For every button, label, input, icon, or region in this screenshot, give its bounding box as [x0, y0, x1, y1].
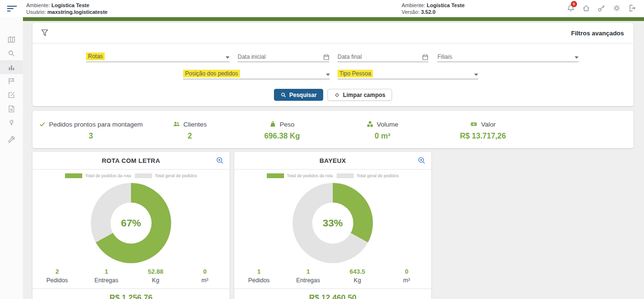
header-actions: 0	[566, 3, 637, 13]
versao-value: 3.52.0	[421, 9, 436, 15]
donut-center-label: 33%	[293, 183, 373, 263]
route-card-bayeux: BAYEUX Total de pedidos da rota Total ge…	[234, 152, 431, 299]
zoom-in-icon[interactable]	[418, 157, 426, 164]
clients-icon	[173, 121, 180, 128]
stat-entregas: 1Entregas	[82, 268, 131, 284]
check-icon	[39, 121, 46, 128]
posicao-pedidos-label: Posição dos pedidos	[183, 70, 240, 77]
stat-kg: 643.5Kg	[333, 268, 382, 284]
accent-bar	[23, 17, 644, 21]
ambiente-label-2: Ambiente:	[402, 2, 426, 8]
data-inicial-input[interactable]: Data inicial	[238, 51, 329, 62]
weight-icon	[270, 121, 276, 128]
kpi-label: Pedidos prontos para montagem	[49, 121, 143, 128]
chevron-down-icon	[474, 74, 478, 76]
kpi-pedidos-prontos: Pedidos prontos para montagem 3	[39, 120, 143, 140]
sidebar-item-pin[interactable]	[0, 116, 23, 129]
legend-swatch-gray	[337, 173, 354, 178]
advanced-filters-panel: Filtros avançados Rotas Data inicial Dat…	[33, 23, 633, 106]
logout-icon[interactable]	[627, 3, 637, 13]
kpi-peso: Peso 696.38 Kg	[264, 120, 300, 140]
sidebar-item-map[interactable]	[0, 32, 23, 46]
environment-version-info: Ambiente: Logística Teste Versão: 3.52.0	[402, 2, 465, 15]
zoom-in-icon[interactable]	[216, 157, 224, 164]
calendar-icon[interactable]	[422, 54, 428, 60]
route-total-value: R$ 12.460,50	[234, 289, 431, 299]
sidebar-item-edit[interactable]	[0, 88, 23, 102]
kpi-value: 3	[39, 132, 143, 140]
volume-icon	[367, 121, 373, 128]
donut-center-label: 67%	[91, 183, 171, 263]
calendar-icon[interactable]	[323, 54, 329, 60]
stat-pedidos: 1Pedidos	[234, 268, 284, 284]
chart-legend: Total de pedidos da rota Total geral de …	[234, 173, 431, 178]
app-header: Ambiente: Logística Teste Usuário: maxst…	[0, 0, 644, 17]
kpi-label: Clientes	[184, 121, 207, 128]
kpi-value: 696.38 Kg	[264, 132, 300, 140]
clear-diamond-icon	[334, 92, 340, 98]
kpi-valor: Valor R$ 13.717,26	[460, 120, 506, 140]
filter-buttons-row: Pesquisar Limpar campos	[33, 89, 633, 101]
sidebar-item-flag[interactable]	[0, 74, 23, 88]
legend-swatch-gray	[135, 173, 152, 178]
filiais-label: Filiais	[437, 53, 452, 60]
kpi-label: Valor	[481, 121, 496, 128]
key-icon[interactable]	[596, 3, 607, 13]
rotas-label: Rotas	[86, 53, 105, 60]
stat-entregas: 1Entregas	[284, 268, 333, 284]
ambiente-value: Logística Teste	[52, 2, 89, 8]
filiais-select[interactable]: Filiais	[437, 51, 579, 62]
environment-user-info: Ambiente: Logística Teste Usuário: maxst…	[26, 2, 108, 15]
sidebar-item-search[interactable]	[0, 46, 23, 60]
usuario-label: Usuário:	[26, 9, 46, 15]
home-icon[interactable]	[581, 3, 591, 13]
legend-label: Total geral de pedidos	[357, 173, 399, 178]
data-inicial-label: Data inicial	[238, 53, 266, 60]
chevron-down-icon	[575, 56, 579, 59]
usuario-value: maxstring.logisticateste	[47, 9, 108, 15]
tipo-pessoa-select[interactable]: Tipo Pessoa	[338, 68, 478, 79]
kpi-value: R$ 13.717,26	[460, 132, 506, 140]
kpi-label: Peso	[280, 121, 295, 128]
route-stats-row: 1Pedidos 1Entregas 643.5Kg 0m³	[234, 268, 431, 284]
pesquisar-label: Pesquisar	[289, 92, 317, 98]
filter-funnel-icon[interactable]	[41, 29, 48, 37]
menu-hamburger-icon[interactable]	[7, 4, 17, 13]
legend-swatch-green	[267, 173, 284, 178]
route-card-rota-com-letra: ROTA COM LETRA Total de pedidos da rota …	[33, 152, 229, 299]
donut-chart: 67%	[91, 183, 171, 263]
notification-badge: 0	[571, 1, 577, 7]
tipo-pessoa-label: Tipo Pessoa	[338, 70, 373, 77]
route-stats-row: 2Pedidos 1Entregas 52.88Kg 0m³	[33, 268, 229, 284]
sidebar-item-tools[interactable]	[0, 133, 23, 147]
ambiente-label: Ambiente:	[26, 2, 50, 8]
ambiente-value-2: Logística Teste	[427, 2, 465, 8]
divider	[33, 43, 633, 43]
filters-panel-title: Filtros avançados	[571, 30, 624, 37]
stat-m3: 0m³	[180, 268, 229, 284]
limpar-campos-button[interactable]: Limpar campos	[327, 89, 392, 101]
legend-label: Total geral de pedidos	[155, 173, 197, 178]
data-final-label: Data final	[338, 53, 362, 60]
data-final-input[interactable]: Data final	[338, 51, 428, 62]
sidebar-item-dashboard[interactable]	[0, 60, 23, 74]
versao-label: Versão:	[402, 9, 419, 15]
legend-label: Total de pedidos da rota	[287, 173, 333, 178]
summary-kpi-panel: Pedidos prontos para montagem 3 Clientes…	[33, 111, 633, 148]
kpi-label: Volume	[377, 121, 398, 128]
stat-kg: 52.88Kg	[131, 268, 180, 284]
chevron-down-icon	[226, 56, 229, 59]
posicao-pedidos-select[interactable]: Posição dos pedidos	[183, 68, 330, 79]
gear-icon[interactable]	[611, 3, 622, 13]
route-total-value: R$ 1.256,76	[33, 289, 229, 299]
kpi-value: 2	[173, 132, 207, 140]
chart-legend: Total de pedidos da rota Total geral de …	[33, 173, 229, 178]
notifications-bell-icon[interactable]: 0	[566, 3, 576, 13]
legend-swatch-green	[65, 173, 82, 178]
legend-label: Total de pedidos da rota	[85, 173, 131, 178]
route-card-title: BAYEUX	[319, 157, 346, 164]
limpar-campos-label: Limpar campos	[343, 92, 385, 98]
pesquisar-button[interactable]: Pesquisar	[274, 89, 323, 101]
sidebar-item-document-settings[interactable]	[0, 102, 23, 116]
rotas-select[interactable]: Rotas	[86, 51, 229, 62]
